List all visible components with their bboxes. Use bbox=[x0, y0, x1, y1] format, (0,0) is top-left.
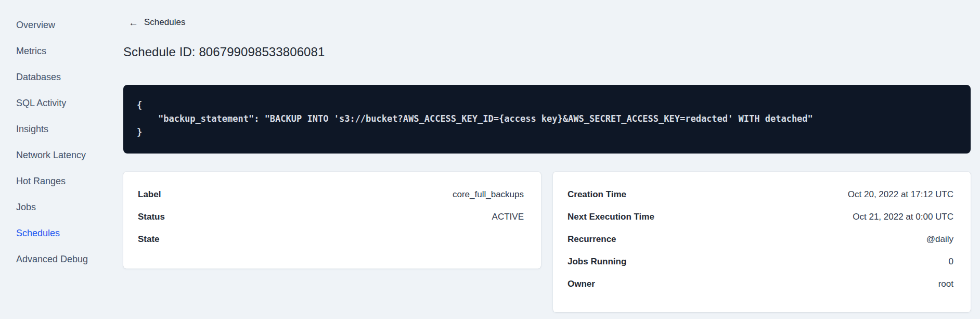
schedule-detail-page: Overview Metrics Databases SQL Activity … bbox=[0, 0, 980, 319]
detail-row-key: Jobs Running bbox=[568, 257, 626, 267]
detail-row-value: ACTIVE bbox=[492, 212, 524, 222]
detail-row-key: Creation Time bbox=[568, 189, 626, 200]
sidebar-item-insights[interactable]: Insights bbox=[16, 116, 104, 142]
back-to-schedules-link[interactable]: ← Schedules bbox=[128, 17, 185, 28]
sidebar-item-advanced-debug[interactable]: Advanced Debug bbox=[16, 246, 104, 272]
schedule-definition-json: { "backup_statement": "BACKUP INTO 's3:/… bbox=[137, 98, 957, 139]
detail-row-key: State bbox=[138, 234, 160, 245]
sidebar-item-sql-activity[interactable]: SQL Activity bbox=[16, 90, 104, 116]
sidebar-item-databases[interactable]: Databases bbox=[16, 64, 104, 90]
detail-row-value: root bbox=[938, 279, 953, 289]
detail-row-status: Status ACTIVE bbox=[138, 206, 524, 228]
sidebar-nav: Overview Metrics Databases SQL Activity … bbox=[0, 0, 104, 319]
sidebar-item-network-latency[interactable]: Network Latency bbox=[16, 142, 104, 168]
sidebar-item-jobs[interactable]: Jobs bbox=[16, 194, 104, 220]
detail-row-key: Recurrence bbox=[568, 234, 616, 245]
detail-row-recurrence: Recurrence @daily bbox=[568, 228, 953, 250]
sidebar-item-metrics[interactable]: Metrics bbox=[16, 38, 104, 64]
detail-row-next-execution-time: Next Execution Time Oct 21, 2022 at 0:00… bbox=[568, 206, 953, 228]
detail-row-value: core_full_backups bbox=[453, 189, 524, 200]
detail-row-key: Status bbox=[138, 212, 165, 222]
detail-row-value: Oct 20, 2022 at 17:12 UTC bbox=[848, 189, 953, 200]
detail-row-key: Label bbox=[138, 189, 161, 200]
execution-details-card: Creation Time Oct 20, 2022 at 17:12 UTC … bbox=[553, 172, 971, 312]
page-title: Schedule ID: 806799098533806081 bbox=[123, 45, 325, 59]
back-arrow-icon: ← bbox=[128, 18, 138, 28]
sidebar-item-hot-ranges[interactable]: Hot Ranges bbox=[16, 168, 104, 194]
detail-row-jobs-running: Jobs Running 0 bbox=[568, 250, 953, 273]
sidebar-item-overview[interactable]: Overview bbox=[16, 12, 104, 38]
detail-row-owner: Owner root bbox=[568, 273, 953, 295]
sidebar-item-schedules[interactable]: Schedules bbox=[16, 220, 104, 246]
detail-row-value: 0 bbox=[949, 257, 953, 267]
detail-row-state: State bbox=[138, 228, 524, 250]
detail-row-key: Owner bbox=[568, 279, 595, 289]
detail-row-value: Oct 21, 2022 at 0:00 UTC bbox=[853, 212, 953, 222]
detail-row-key: Next Execution Time bbox=[568, 212, 654, 222]
detail-row-creation-time: Creation Time Oct 20, 2022 at 17:12 UTC bbox=[568, 183, 953, 206]
detail-row-label: Label core_full_backups bbox=[138, 183, 524, 206]
back-link-label: Schedules bbox=[144, 17, 185, 28]
detail-row-value: @daily bbox=[926, 234, 953, 245]
schedule-details-card: Label core_full_backups Status ACTIVE St… bbox=[123, 172, 541, 269]
schedule-definition-code-block: { "backup_statement": "BACKUP INTO 's3:/… bbox=[123, 85, 971, 154]
